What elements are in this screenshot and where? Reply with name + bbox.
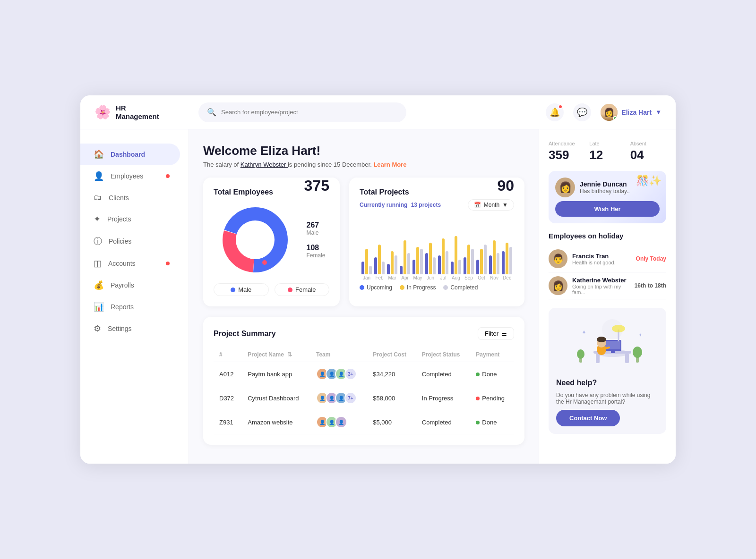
- sidebar-item-payrolls[interactable]: 💰 Payrolls: [80, 274, 180, 296]
- holiday-info-katherine: Katherine Webster Going on trip with my …: [572, 277, 630, 295]
- chart-month-label: Aug: [452, 275, 460, 280]
- svg-point-21: [612, 325, 625, 332]
- svg-rect-7: [596, 354, 600, 363]
- completed-dot: [443, 285, 448, 290]
- svg-point-19: [577, 349, 584, 359]
- month-button[interactable]: 📅 Month ▼: [468, 199, 514, 211]
- inprogress-bar: [416, 247, 419, 275]
- inprogress-dot: [400, 285, 404, 290]
- sidebar-item-accounts[interactable]: ◫ Accounts: [80, 253, 180, 274]
- proj-header: Currently running 13 projects 📅 Month ▼: [360, 199, 514, 211]
- bar-group: [361, 227, 372, 274]
- row-status: Completed: [416, 410, 471, 434]
- row-id: Z931: [214, 410, 242, 434]
- employee-card: Total Employees 375: [203, 178, 340, 306]
- holiday-range-francis: Only Today: [636, 255, 666, 262]
- bar-group: [502, 227, 512, 274]
- male-count: 267: [306, 221, 325, 229]
- inprogress-bar: [467, 245, 470, 274]
- summary-title: Project Summary: [214, 330, 276, 338]
- message-button[interactable]: 💬: [573, 103, 591, 121]
- male-annotation: 267 Male: [306, 221, 325, 236]
- holiday-desc-katherine: Going on trip with my fam...: [572, 284, 630, 295]
- inprogress-bar: [480, 249, 483, 274]
- inprogress-bar: [506, 243, 508, 275]
- svg-point-3: [262, 260, 267, 265]
- male-legend: Male: [214, 283, 269, 296]
- row-payment: Done: [470, 410, 514, 434]
- user-name: Eliza Hart: [621, 109, 652, 116]
- female-dot: [288, 288, 292, 292]
- payroll-icon: 💰: [94, 280, 104, 290]
- notification-badge: [558, 104, 563, 109]
- help-title: Need help?: [556, 379, 597, 387]
- pending-icon: [476, 397, 480, 400]
- upcoming-bar: [489, 255, 492, 275]
- learn-more-link[interactable]: Learn More: [373, 161, 406, 168]
- stat-attendance: Attendance 359: [549, 141, 584, 162]
- name-link[interactable]: Kathryn Webster: [241, 161, 288, 168]
- contact-button[interactable]: Contact Now: [556, 410, 620, 426]
- sidebar-item-clients[interactable]: 🗂 Clients: [80, 187, 180, 208]
- gear-icon: ⚙: [94, 323, 101, 334]
- sidebar: 🏠 Dashboard 👤 Employees 🗂 Clients ✦ Proj…: [80, 129, 189, 464]
- inprogress-bar: [378, 245, 381, 274]
- chart-column: Oct: [476, 227, 487, 280]
- home-icon: 🏠: [94, 149, 104, 160]
- stat-late: Late 12: [589, 141, 625, 162]
- chart-month-label: Apr: [401, 275, 409, 280]
- upcoming-bar: [476, 260, 479, 275]
- svg-text:✦: ✦: [582, 329, 586, 336]
- team-more: 3+: [344, 368, 357, 380]
- search-bar[interactable]: 🔍: [198, 102, 406, 122]
- row-payment: Pending: [470, 386, 514, 410]
- user-area[interactable]: 👩 Eliza Hart ▼: [601, 104, 662, 121]
- donut-annotations: 267 Male 108 Female: [306, 221, 325, 259]
- female-label: Female: [306, 252, 325, 259]
- upcoming-bar: [361, 262, 364, 274]
- upcoming-bar: [438, 255, 441, 275]
- team-avatars: 👤 👤 👤: [316, 416, 361, 428]
- search-input[interactable]: [221, 109, 398, 116]
- notification-bell-button[interactable]: 🔔: [546, 103, 564, 121]
- team-avatars: 👤 👤 👤 3+: [316, 368, 361, 380]
- svg-point-2: [270, 225, 275, 229]
- bar-group: [438, 227, 448, 274]
- welcome-section: Welcome Eliza Hart! The salary of Kathry…: [203, 144, 524, 168]
- running-count: 13 projects: [411, 202, 441, 208]
- female-legend-label: Female: [295, 286, 316, 293]
- sidebar-item-projects[interactable]: ✦ Projects: [80, 208, 180, 230]
- wish-button[interactable]: Wish Her: [555, 201, 660, 217]
- chevron-down-icon: ▼: [655, 109, 662, 116]
- sidebar-item-policies[interactable]: ⓘ Policies: [80, 230, 180, 253]
- upcoming-bar: [425, 253, 428, 274]
- inprogress-legend: In Progress: [400, 284, 436, 291]
- team-avatars: 👤 👤 👤 7+: [316, 392, 361, 404]
- accounts-icon: ◫: [94, 258, 102, 269]
- star-icon: ✦: [94, 214, 101, 224]
- bar-group: [451, 227, 461, 274]
- welcome-subtitle: The salary of Kathryn Webster is pending…: [203, 161, 524, 168]
- employees-badge: [166, 174, 170, 178]
- sidebar-item-reports[interactable]: 📊 Reports: [80, 296, 180, 318]
- filter-button[interactable]: Filter ⚌: [478, 327, 514, 340]
- upcoming-bar: [412, 260, 415, 275]
- male-legend-label: Male: [238, 286, 251, 293]
- calendar-icon: 📅: [474, 202, 481, 208]
- stats-row: Attendance 359 Late 12 Absent 04: [549, 141, 666, 162]
- sidebar-item-settings[interactable]: ⚙ Settings: [80, 318, 180, 339]
- svg-rect-8: [625, 354, 629, 363]
- upcoming-label: Upcoming: [367, 284, 392, 291]
- donut-wrap: 267 Male 108 Female: [214, 202, 329, 278]
- help-subtitle: Do you have any problem while using the …: [556, 392, 659, 405]
- sidebar-item-employees[interactable]: 👤 Employees: [80, 165, 180, 187]
- right-panel: Attendance 359 Late 12 Absent 04 👩 Jenni: [539, 129, 676, 464]
- male-label: Male: [306, 229, 325, 236]
- holiday-desc-francis: Health is not good.: [572, 260, 631, 265]
- sidebar-label-accounts: Accounts: [108, 260, 136, 267]
- holiday-item: 👨 Francis Tran Health is not good. Only …: [549, 246, 666, 272]
- team-more: 7+: [344, 392, 357, 404]
- online-dot: [613, 116, 618, 121]
- attendance-val: 359: [549, 148, 584, 162]
- sidebar-item-dashboard[interactable]: 🏠 Dashboard: [80, 144, 180, 165]
